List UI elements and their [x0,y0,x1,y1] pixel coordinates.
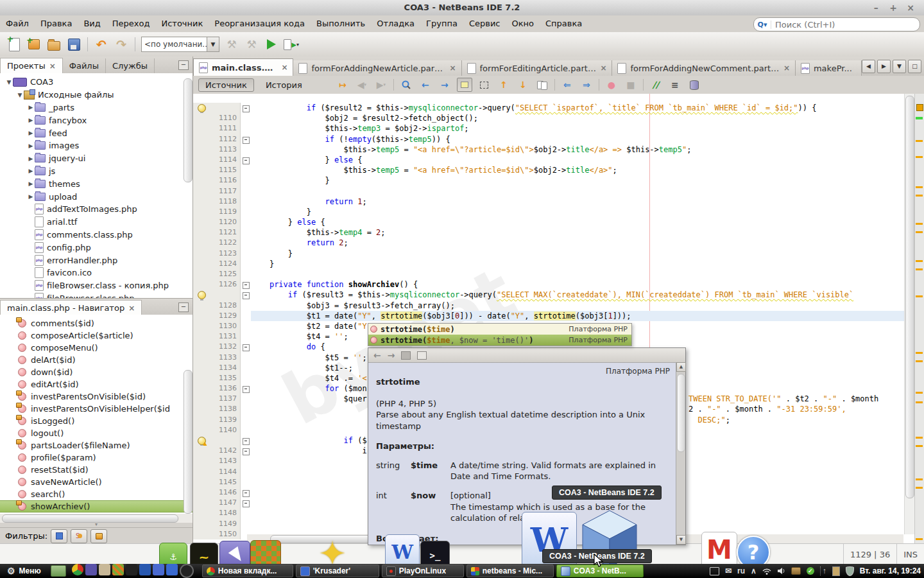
minimize-panel-icon[interactable]: − [178,60,189,70]
menu-item[interactable]: Источник [155,15,209,32]
warning-indicator[interactable] [916,104,923,111]
expander-icon[interactable]: ▶ [27,180,35,187]
expander-icon[interactable]: ▶ [27,168,35,174]
find-selection-icon[interactable] [399,78,413,91]
maximize-editor-icon[interactable]: □ [908,60,921,73]
wifi-icon[interactable] [762,568,771,575]
navigator-item[interactable]: profile($param) [0,451,193,464]
tree-item[interactable]: ▶_parts [0,101,193,114]
tab-navigator[interactable]: main.class.php - Навигатор × [0,300,142,315]
close-icon[interactable]: × [600,64,606,73]
updates-icon[interactable]: ✓ [807,567,814,575]
taskbar-window-button[interactable]: Новая вкладк... [202,565,293,577]
navigator-item[interactable]: isLogged() [0,415,193,427]
quicklaunch-blue-icon[interactable] [139,564,151,575]
warning-mark[interactable] [916,352,923,354]
filter-static-icon[interactable]: S [71,529,87,543]
fold-icon[interactable] [243,292,250,299]
navigator-item[interactable]: partsLoader($fileName) [0,439,193,451]
minimize-panel-icon[interactable]: − [178,302,189,312]
window-titlebar[interactable]: COA3 - NetBeans IDE 7.2 – + × [0,0,924,16]
navigator-item[interactable]: editArt($id) [0,378,193,390]
warning-mark[interactable] [916,538,923,540]
warning-mark[interactable] [916,478,923,480]
menu-item[interactable]: Вид [78,15,106,32]
completion-item[interactable]: strtotime($time)Платформа PHP [368,324,631,335]
taskbar-window-button[interactable]: 'Krusader' [296,565,379,577]
doc-scrollbar[interactable]: ▲ ▼ [676,362,685,545]
maximize-button[interactable]: + [886,0,900,15]
record-macro-icon[interactable]: ● [604,78,619,91]
display-icon[interactable] [710,567,719,575]
tree-item[interactable]: ▶jquery-ui [0,152,193,165]
quicklaunch-camera-icon[interactable] [180,564,194,578]
navigator-scrollbar[interactable] [183,316,192,515]
menu-item[interactable]: Группа [420,15,463,32]
menu-item[interactable]: Переход [107,15,156,32]
code-line[interactable]: 1116 } [193,175,905,186]
format-icon[interactable]: ≡ [668,78,682,91]
expander-icon[interactable]: ▶ [27,155,35,162]
taskbar-clock[interactable]: Вт. авг. 14, 19:24 [860,566,921,575]
warning-mark[interactable] [916,156,923,158]
source-view-button[interactable]: Источник [198,78,254,92]
editor-tab[interactable]: formForAddingNewComment.part.htm× [612,60,795,76]
wallet-icon[interactable] [791,567,801,575]
hint-bulb-icon[interactable] [198,291,206,299]
back-icon[interactable]: ◀▾ [355,78,369,91]
code-line[interactable]: 1115 $this->temp5 = "<a href=\"?article=… [193,165,905,175]
tree-item[interactable]: favicon.ico [0,267,193,279]
code-line[interactable]: 1111 $this->temp3 = $obj2->ispartof; [193,123,905,134]
comment-icon[interactable]: ∕∕ [649,78,663,91]
stop-macro-icon[interactable]: ■ [624,78,638,91]
tree-item[interactable]: arial.ttf [0,216,193,229]
navigator-item[interactable]: saveNewArticle() [0,476,193,488]
menu-item[interactable]: Файл [0,15,35,32]
save-all-button[interactable] [66,37,81,52]
menu-item[interactable]: Отладка [371,15,420,32]
hint-bulb-icon[interactable] [198,437,206,445]
tree-item[interactable]: ▶js [0,165,193,178]
close-icon[interactable]: × [449,64,456,73]
navigator-item[interactable]: delArt($id) [0,354,193,366]
tree-item[interactable]: ▶fancybox [0,114,193,127]
quicklaunch-chrome-icon[interactable] [72,564,83,575]
duplicate-line-icon[interactable] [535,78,549,91]
fold-icon[interactable] [243,344,250,351]
last-edit-position-icon[interactable]: ↦ [336,78,350,91]
tree-item[interactable]: ▼COA3 [0,76,193,89]
menu-item[interactable]: Реорганизация кода [209,15,311,32]
move-down-icon[interactable]: ↓ [516,78,530,91]
fold-icon[interactable] [243,438,250,445]
expander-icon[interactable]: ▶ [27,143,35,149]
navigator-item[interactable]: logout() [0,427,193,439]
navigator-item[interactable]: composeArticle($article) [0,329,193,342]
code-line[interactable]: 1110 $obj2 = $result2->fetch_object(); [193,113,905,123]
menu-item[interactable]: Правка [35,15,78,32]
code-line[interactable]: 1122 return 2; [193,238,905,248]
search-input[interactable] [771,20,920,30]
doc-back-icon[interactable]: ← [373,350,381,360]
doc-browser-icon[interactable] [401,351,411,360]
volume-icon[interactable] [777,567,785,575]
navigator-item[interactable]: search() [0,488,193,500]
editor-tab[interactable]: makePr... [796,60,862,76]
taskbar-window-button[interactable]: netbeans - Mic... [466,565,554,577]
completion-item[interactable]: strtotime($time, $now = 'time()')Платфор… [368,335,631,346]
tree-item[interactable]: ▶themes [0,177,193,190]
open-project-button[interactable] [46,37,62,52]
tab-services[interactable]: Службы [106,58,155,73]
move-up-icon[interactable]: ↑ [497,78,511,91]
editor-tab[interactable]: formForEditingArticle.part.htm× [462,60,613,76]
tree-item[interactable]: ▶images [0,139,193,152]
expander-icon[interactable]: ▶ [27,117,35,123]
fold-icon[interactable] [243,137,250,144]
close-icon[interactable]: × [49,62,56,71]
quick-search[interactable]: Q▾ [753,17,920,31]
code-line[interactable]: 1112 if (!empty($this->temp5)) { [193,134,905,144]
warning-mark[interactable] [916,360,923,362]
configuration-combobox[interactable]: <по умолчани... ▼ [141,37,219,52]
navigator-item[interactable]: comments($id) [0,317,193,329]
tree-item[interactable]: comments.class.php [0,229,193,241]
warning-mark[interactable] [916,260,923,262]
